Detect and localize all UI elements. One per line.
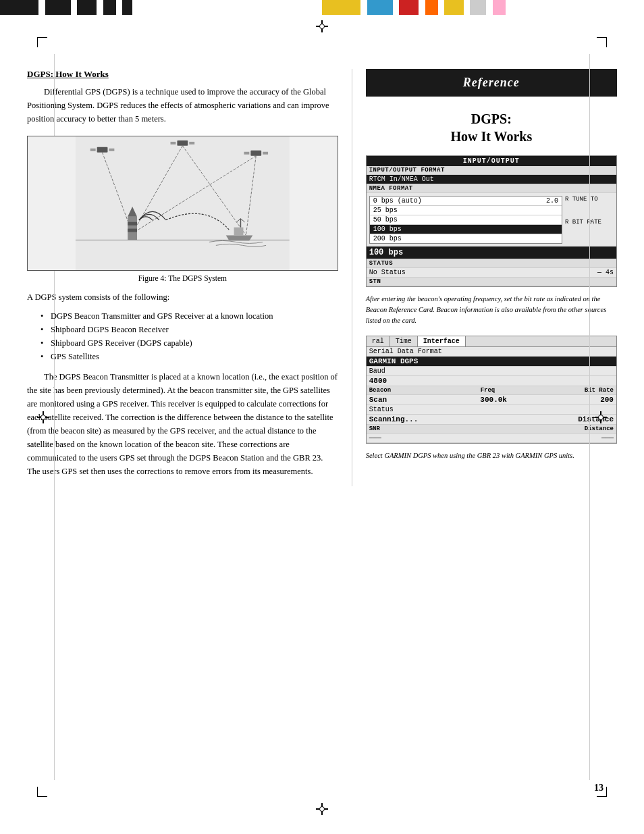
scanning-row: Scanning... Distance bbox=[367, 415, 616, 425]
right-crosshair bbox=[595, 411, 607, 423]
list-item: GPS Satellites bbox=[41, 350, 338, 363]
top-bar-left bbox=[0, 0, 322, 15]
dropdown-item-1: 0 bps (auto)2.0 bbox=[370, 197, 562, 206]
device1-selected-value: 100 bps bbox=[367, 246, 616, 259]
tab-time: Time bbox=[390, 336, 418, 346]
device1-header: INPUT/OUTPUT bbox=[367, 156, 616, 166]
bar-seg-r11 bbox=[470, 0, 486, 15]
dgps-figure-svg bbox=[28, 136, 338, 270]
bar-seg-6 bbox=[97, 0, 103, 15]
dgps-figure-box bbox=[27, 136, 338, 271]
device1-nmea-label: NMEA FORMAT bbox=[367, 184, 616, 193]
scan-row: Scan 300.0k 200 bbox=[367, 395, 616, 405]
bar-seg-r1 bbox=[322, 0, 360, 15]
device-screenshot-2: ral Time Interface Serial Data Format GA… bbox=[366, 336, 617, 444]
main-layout: DGPS: How It Works Differential GPS (DGP… bbox=[0, 69, 644, 486]
corner-mark-tr bbox=[597, 37, 607, 47]
dropdown-item-2: 25 bps bbox=[370, 206, 562, 215]
beacon-col-headers: Beacon Freq Bit Rate bbox=[367, 386, 616, 395]
bar-seg-r2 bbox=[360, 0, 367, 15]
top-color-bar bbox=[0, 0, 644, 15]
svg-rect-2 bbox=[97, 147, 108, 153]
bar-seg-4 bbox=[71, 0, 78, 15]
bar-seg-r9 bbox=[444, 0, 464, 15]
bar-seg-r10 bbox=[464, 0, 471, 15]
bar-seg-10 bbox=[132, 0, 322, 15]
selected-format-row: GARMIN DGPS bbox=[367, 357, 616, 367]
section-title-line1: DGPS: bbox=[366, 110, 617, 128]
device1-subheader: INPUT/OUTPUT FORMAT bbox=[367, 166, 616, 175]
left-column: DGPS: How It Works Differential GPS (DGP… bbox=[27, 69, 352, 486]
bar-seg-9 bbox=[122, 0, 132, 15]
svg-rect-4 bbox=[109, 149, 114, 151]
svg-rect-10 bbox=[263, 152, 268, 155]
page-number: 13 bbox=[594, 783, 603, 793]
reference-tab: Reference bbox=[366, 69, 617, 97]
dropdown-list: 0 bps (auto)2.0 25 bps 50 bps 100 bps 20… bbox=[369, 196, 562, 244]
section-title-line2: How It Works bbox=[366, 128, 617, 145]
list-item: Shipboard DGPS Beacon Receiver bbox=[41, 323, 338, 336]
bar-seg-r13 bbox=[493, 0, 506, 15]
figure-caption: Figure 4: The DGPS System bbox=[27, 274, 338, 282]
dropdown-item-3: 50 bps bbox=[370, 215, 562, 225]
bar-seg-r8 bbox=[438, 0, 445, 15]
svg-rect-3 bbox=[90, 149, 96, 151]
tab-header: ral Time Interface bbox=[367, 336, 616, 347]
device1-dropdown-area: 0 bps (auto)2.0 25 bps 50 bps 100 bps 20… bbox=[367, 193, 616, 246]
tab-interface: Interface bbox=[418, 336, 466, 346]
bar-seg-r3 bbox=[367, 0, 393, 15]
top-bar-right bbox=[322, 0, 644, 15]
bar-seg-7 bbox=[103, 0, 116, 15]
section-title: DGPS: How It Works bbox=[366, 110, 617, 145]
tab-ral: ral bbox=[367, 336, 390, 346]
reference-label: Reference bbox=[463, 76, 520, 89]
baud-value-row: 4800 bbox=[367, 376, 616, 386]
baud-label-row: Baud bbox=[367, 367, 616, 376]
svg-rect-16 bbox=[128, 222, 137, 226]
svg-rect-5 bbox=[177, 140, 188, 146]
snr-values-row: ——— ——— bbox=[367, 434, 616, 443]
bar-seg-8 bbox=[116, 0, 123, 15]
bar-seg-r12 bbox=[486, 0, 493, 15]
paragraph2: The DGPS Beacon Transmitter is placed at… bbox=[27, 370, 338, 478]
svg-rect-9 bbox=[244, 152, 249, 155]
bar-seg-2 bbox=[38, 0, 45, 15]
svg-rect-8 bbox=[250, 151, 261, 156]
device-screenshot-1: INPUT/OUTPUT INPUT/OUTPUT FORMAT RTCM In… bbox=[366, 155, 617, 287]
svg-rect-17 bbox=[128, 229, 137, 232]
dropdown-item-4-selected: 100 bps bbox=[370, 225, 562, 234]
list-intro: A DGPS system consists of the following: bbox=[27, 290, 338, 304]
device1-status-row: No Status — 4s bbox=[367, 268, 616, 278]
section-heading: DGPS: How It Works bbox=[27, 69, 338, 80]
vert-line-right bbox=[589, 54, 590, 780]
list-item: Shipboard GPS Receiver (DGPS capable) bbox=[41, 336, 338, 350]
bar-seg-r7 bbox=[425, 0, 438, 15]
bar-seg-r5 bbox=[399, 0, 419, 15]
bar-seg-r6 bbox=[419, 0, 425, 15]
serial-label-row: Serial Data Format bbox=[367, 347, 616, 357]
paragraph1: Differential GPS (DGPS) is a technique u… bbox=[27, 85, 338, 126]
device1-caption: After entering the beacon's operating fr… bbox=[366, 294, 617, 325]
svg-rect-7 bbox=[189, 142, 194, 145]
list-item: DGPS Beacon Transmitter and GPS Receiver… bbox=[41, 309, 338, 323]
status-label-row: Status bbox=[367, 405, 616, 415]
svg-rect-20 bbox=[234, 228, 244, 236]
device2-caption: Select GARMIN DGPS when using the GBR 23… bbox=[366, 450, 617, 461]
bar-seg-5 bbox=[77, 0, 97, 15]
dropdown-item-5: 200 bps bbox=[370, 234, 562, 243]
feature-list: DGPS Beacon Transmitter and GPS Receiver… bbox=[41, 309, 338, 363]
device1-rtcm-row: RTCM In/NMEA Out bbox=[367, 175, 616, 184]
corner-mark-tl bbox=[37, 37, 47, 47]
device1-status-label: STATUS bbox=[367, 259, 616, 268]
bar-seg-1 bbox=[0, 0, 38, 15]
top-crosshair bbox=[316, 20, 328, 32]
svg-rect-14 bbox=[128, 217, 137, 240]
bar-seg-3 bbox=[45, 0, 71, 15]
left-crosshair bbox=[37, 411, 49, 423]
right-column: Reference DGPS: How It Works INPUT/OUTPU… bbox=[352, 69, 617, 486]
bar-seg-r14 bbox=[506, 0, 644, 15]
svg-rect-0 bbox=[76, 136, 290, 270]
device1-bottom: STN bbox=[367, 278, 616, 286]
bottom-crosshair bbox=[316, 803, 328, 815]
corner-mark-bl bbox=[37, 787, 47, 797]
